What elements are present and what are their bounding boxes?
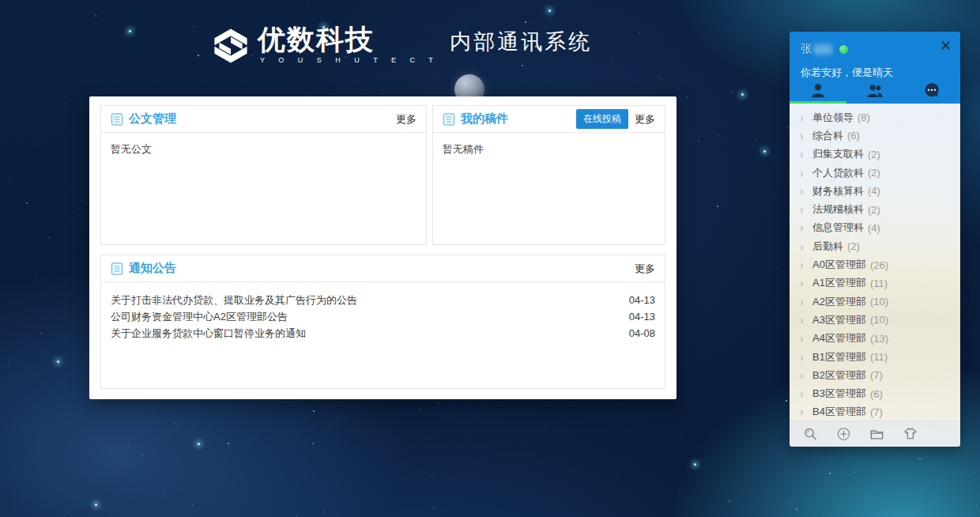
documents-panel: 公文管理 更多 暂无公文 [100, 105, 427, 245]
notice-title[interactable]: 公司财务资金管理中心A2区管理部公告 [111, 310, 620, 324]
contact-group-count: 11 [870, 277, 888, 289]
contact-group-list: 单位领导 8 综合科 6 归集支取科 2 个人贷款科 2 财务核算科 4 法规稽 [790, 104, 960, 421]
contact-group-count: 2 [868, 149, 880, 160]
contact-group-count: 11 [870, 351, 888, 363]
contact-group-name: B2区管理部 [812, 368, 866, 383]
folder-button[interactable] [869, 426, 885, 442]
contact-group-row[interactable]: B1区管理部 11 [790, 348, 960, 366]
document-list-icon [443, 113, 455, 126]
chevron-right-icon [800, 259, 809, 270]
documents-more-link[interactable]: 更多 [396, 112, 416, 126]
contact-group-row[interactable]: 信息管理科 4 [790, 219, 960, 237]
contact-group-row[interactable]: A2区管理部 10 [790, 292, 960, 311]
chevron-right-icon [800, 204, 809, 215]
contact-group-count: 2 [868, 167, 880, 179]
contact-group-row[interactable]: 后勤科 2 [790, 237, 960, 255]
notice-row[interactable]: 关于企业服务贷款中心窗口暂停业务的通知 04-08 [111, 325, 655, 342]
notices-panel-header: 通知公告 更多 [101, 255, 665, 282]
contacts-group-icon [866, 82, 884, 98]
document-list-icon [111, 262, 123, 275]
notice-title[interactable]: 关于打击非法代办贷款、提取业务及其广告行为的公告 [111, 293, 620, 308]
contact-group-count: 6 [870, 388, 883, 400]
chevron-right-icon [800, 370, 809, 381]
contact-group-name: 单位领导 [812, 111, 854, 125]
chevron-right-icon [800, 388, 809, 399]
contact-group-row[interactable]: 法规稽核科 2 [790, 200, 960, 218]
user-name: 张 [801, 42, 812, 56]
contact-group-row[interactable]: B3区管理部 6 [790, 384, 960, 402]
notices-more-link[interactable]: 更多 [635, 262, 655, 276]
user-name-redacted [813, 44, 832, 55]
notice-date: 04-13 [629, 311, 655, 323]
contact-group-row[interactable]: 归集支取科 2 [790, 145, 960, 164]
documents-empty-text: 暂无公文 [101, 133, 426, 166]
online-submit-button[interactable]: 在线投稿 [576, 109, 628, 129]
documents-panel-header: 公文管理 更多 [101, 106, 426, 133]
chevron-right-icon [800, 315, 809, 326]
contact-group-name: 后勤科 [812, 240, 843, 254]
tab-contacts-groups[interactable] [846, 77, 903, 104]
contact-group-row[interactable]: A0区管理部 26 [790, 255, 960, 274]
chevron-right-icon [800, 168, 809, 179]
contact-group-name: B1区管理部 [812, 350, 866, 364]
contact-group-row[interactable]: A4区管理部 13 [790, 330, 960, 348]
contact-group-row[interactable]: 财务核算科 4 [790, 182, 960, 200]
drafts-empty-text: 暂无稿件 [433, 133, 665, 166]
system-title: 内部通讯系统 [450, 28, 592, 56]
notices-list: 关于打击非法代办贷款、提取业务及其广告行为的公告 04-13 公司财务资金管理中… [101, 282, 665, 351]
contact-group-count: 10 [870, 314, 888, 326]
contact-group-count: 8 [858, 111, 870, 123]
skin-tshirt-icon [903, 427, 918, 441]
tab-conversations[interactable] [903, 77, 960, 104]
contact-group-row[interactable]: B4区管理部 7 [790, 403, 960, 421]
contact-group-name: 信息管理科 [812, 221, 864, 235]
search-button[interactable] [802, 426, 819, 442]
contact-group-count: 2 [847, 240, 860, 252]
contact-group-row[interactable]: A1区管理部 11 [790, 274, 960, 292]
add-circle-icon [836, 427, 851, 441]
drafts-panel-header: 我的稿件 在线投稿 更多 [433, 106, 665, 133]
contact-group-row[interactable]: 个人贷款科 2 [790, 164, 960, 182]
notice-title[interactable]: 关于企业服务贷款中心窗口暂停业务的通知 [111, 326, 620, 341]
add-button[interactable] [835, 426, 852, 442]
contact-group-count: 26 [870, 259, 888, 271]
chevron-right-icon [800, 112, 809, 123]
contacts-person-icon [809, 82, 827, 98]
conversations-bubble-icon [923, 82, 940, 98]
user-row: 张 [790, 32, 960, 56]
contact-group-name: 财务核算科 [812, 184, 864, 198]
brand-name: 优数科技 [258, 25, 439, 54]
contact-group-row[interactable]: 单位领导 8 [790, 108, 960, 126]
contact-group-name: A4区管理部 [812, 331, 866, 345]
space-background: 优数科技 Y O U S H U T E C T 内部通讯系统 公文管理 更多 … [0, 0, 980, 517]
contact-group-row[interactable]: 综合科 6 [790, 126, 960, 145]
folder-icon [869, 427, 884, 441]
chevron-right-icon [800, 406, 809, 417]
contact-group-name: 个人贷款科 [812, 166, 864, 180]
skin-button[interactable] [902, 426, 918, 442]
messenger-panel: 张 你若安好，便是晴天 [790, 32, 960, 447]
notice-row[interactable]: 公司财务资金管理中心A2区管理部公告 04-13 [111, 308, 655, 325]
tab-contacts-person[interactable] [790, 77, 846, 104]
contact-group-count: 4 [868, 185, 880, 197]
contact-group-count: 4 [868, 222, 880, 234]
close-button[interactable] [938, 38, 952, 52]
online-status-dot [839, 45, 848, 54]
drafts-panel-title: 我的稿件 [461, 111, 576, 126]
contact-group-name: A0区管理部 [812, 258, 866, 272]
chevron-right-icon [800, 222, 809, 233]
contact-group-row[interactable]: A3区管理部 10 [790, 311, 960, 329]
chevron-right-icon [800, 241, 809, 252]
chevron-right-icon [800, 333, 809, 344]
chevron-right-icon [800, 296, 809, 308]
contact-group-row[interactable]: B2区管理部 7 [790, 366, 960, 384]
notices-panel-title: 通知公告 [129, 261, 635, 276]
drafts-more-link[interactable]: 更多 [635, 112, 655, 126]
app-logo: 优数科技 Y O U S H U T E C T 内部通讯系统 [210, 24, 592, 65]
notice-row[interactable]: 关于打击非法代办贷款、提取业务及其广告行为的公告 04-13 [111, 292, 655, 308]
contact-group-count: 10 [870, 296, 888, 308]
close-icon [941, 41, 950, 50]
contact-group-name: A3区管理部 [812, 313, 866, 327]
hexagon-s-logo-icon [210, 27, 251, 65]
notice-date: 04-13 [629, 294, 655, 306]
